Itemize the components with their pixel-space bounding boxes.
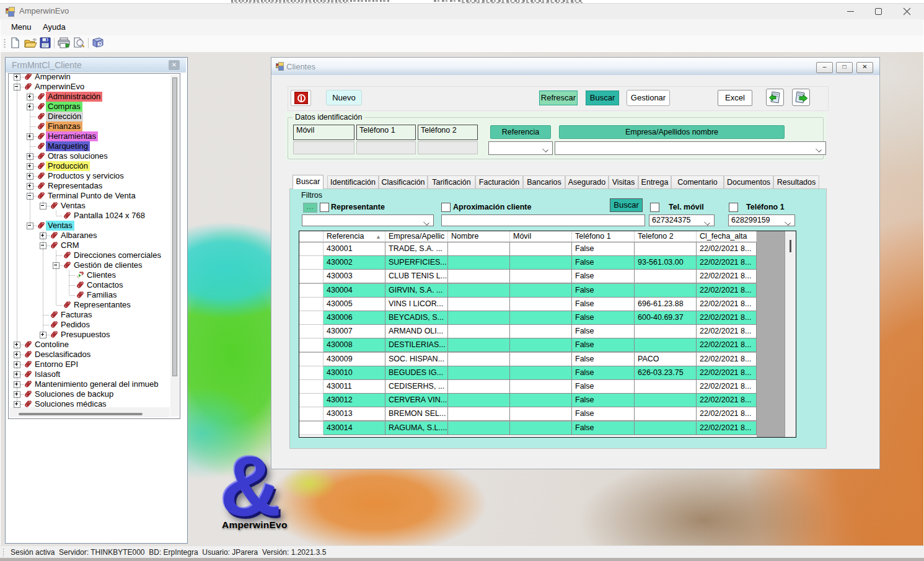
svg-text:?: ? bbox=[99, 42, 102, 47]
